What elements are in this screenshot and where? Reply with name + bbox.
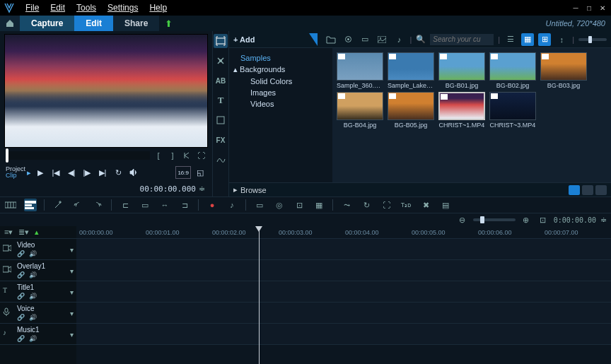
zoom-out-button[interactable]: ⊖: [456, 213, 469, 226]
path-panel-button[interactable]: [214, 153, 228, 167]
options-panel-chip-2[interactable]: [582, 185, 593, 195]
loop-button[interactable]: ↻: [112, 166, 124, 179]
track-area[interactable]: 00:00:00.0000:00:01.0000:00:02.0000:00:0…: [76, 226, 611, 364]
home-tab[interactable]: [0, 16, 20, 31]
tab-edit[interactable]: Edit: [74, 16, 113, 31]
library-thumb[interactable]: Sample_Lake.m..: [388, 52, 434, 89]
library-thumb[interactable]: CHRIST~1.MP4: [438, 92, 485, 129]
tool-3[interactable]: ↔: [158, 199, 171, 211]
go-start-button[interactable]: |◀: [50, 166, 62, 179]
tool-11[interactable]: ↻: [360, 199, 373, 211]
track-link-icon[interactable]: 🔗: [17, 271, 25, 278]
library-thumb[interactable]: CHRIST~3.MP4: [489, 92, 536, 129]
browse-collapse-icon[interactable]: ▸: [233, 185, 238, 194]
upload-icon[interactable]: ⬆: [165, 18, 173, 29]
library-thumb[interactable]: BG-B05.jpg: [388, 92, 434, 129]
filter-video-icon[interactable]: ▭: [359, 33, 371, 46]
track-link-icon[interactable]: 🔗: [17, 314, 25, 321]
thumb-size-slider[interactable]: [578, 38, 607, 41]
maximize-button[interactable]: □: [583, 3, 595, 13]
tool-9[interactable]: ▦: [313, 199, 325, 211]
track-expand-icon[interactable]: ▾: [70, 288, 74, 296]
search-input[interactable]: [430, 34, 494, 45]
playhead[interactable]: [259, 226, 260, 364]
storyboard-view-button[interactable]: [4, 199, 17, 211]
view-thumb-icon[interactable]: ▦: [521, 33, 534, 46]
next-frame-button[interactable]: |▶: [81, 166, 93, 179]
mark-in-icon[interactable]: [: [153, 150, 164, 161]
timeline-view-button[interactable]: [24, 199, 37, 211]
tab-capture[interactable]: Capture: [20, 16, 74, 31]
track-mute-icon[interactable]: 🔊: [29, 335, 37, 342]
filter-panel-button[interactable]: FX: [214, 133, 228, 147]
timecode-stepper-icon[interactable]: ≑: [199, 184, 205, 194]
track-header[interactable]: Voice🔗🔊▾: [0, 303, 76, 324]
time-ruler[interactable]: 00:00:00.0000:00:01.0000:00:02.0000:00:0…: [76, 226, 611, 239]
library-thumb[interactable]: BG-B04.jpg: [337, 92, 383, 129]
tool-4[interactable]: ⊐: [178, 199, 191, 211]
track-header[interactable]: ♪Music1🔗🔊▾: [0, 324, 76, 345]
menu-settings[interactable]: Settings: [102, 3, 144, 13]
favorite-corner-icon[interactable]: [309, 33, 318, 46]
tool-wand-icon[interactable]: [52, 199, 64, 211]
tool-7[interactable]: ◎: [273, 199, 286, 211]
go-end-button[interactable]: ▶|: [96, 166, 109, 179]
zoom-in-button[interactable]: ⊕: [520, 213, 533, 226]
tree-videos[interactable]: Videos: [232, 98, 330, 110]
sound-panel-button[interactable]: [214, 54, 228, 68]
mark-out-icon[interactable]: ]: [167, 150, 178, 161]
split-icon[interactable]: [181, 150, 192, 161]
track-header[interactable]: Video🔗🔊▾: [0, 239, 76, 260]
record-button[interactable]: ●: [206, 199, 219, 211]
tool-12[interactable]: ⛶: [380, 199, 392, 211]
options-panel-chip[interactable]: [569, 185, 580, 195]
view-list-icon[interactable]: ☰: [504, 33, 517, 46]
track-expand-icon[interactable]: ▾: [70, 246, 74, 254]
import-folder-icon[interactable]: [325, 33, 337, 46]
aspect-selector[interactable]: 16:9: [175, 166, 191, 179]
clip-mode-label[interactable]: Clip: [6, 172, 25, 179]
tree-solid-colors[interactable]: Solid Colors: [232, 76, 330, 87]
library-thumb[interactable]: BG-B02.jpg: [489, 52, 536, 89]
menu-file[interactable]: File: [20, 3, 45, 13]
zoom-stepper-icon[interactable]: ≑: [600, 216, 607, 225]
tab-share[interactable]: Share: [113, 16, 159, 31]
media-panel-button[interactable]: [214, 34, 228, 48]
library-thumb[interactable]: BG-B03.jpg: [540, 52, 587, 89]
track-row[interactable]: [76, 281, 611, 303]
graphic-panel-button[interactable]: [214, 113, 228, 127]
filter-audio-icon[interactable]: ♪: [392, 33, 405, 46]
track-visible-icon[interactable]: ▴: [35, 228, 39, 237]
track-header[interactable]: TTitle1🔗🔊▾: [0, 281, 76, 303]
track-link-icon[interactable]: 🔗: [17, 250, 25, 257]
prev-frame-button[interactable]: ◀|: [65, 166, 78, 179]
sort-icon[interactable]: ↕: [555, 33, 568, 46]
tool-6[interactable]: ▭: [253, 199, 266, 211]
tool-8[interactable]: ⊡: [293, 199, 306, 211]
zoom-fit-button[interactable]: ⊡: [537, 213, 549, 226]
tool-3d[interactable]: T₃ᴅ: [400, 199, 412, 211]
track-link-icon[interactable]: 🔗: [17, 335, 25, 342]
resize-preview-button[interactable]: ◱: [194, 166, 206, 179]
browse-label[interactable]: Browse: [240, 186, 267, 194]
undo-button[interactable]: [71, 199, 84, 211]
track-expand-icon[interactable]: ▾: [70, 310, 74, 317]
redo-button[interactable]: [91, 199, 104, 211]
tool-2[interactable]: ▭: [139, 199, 151, 211]
preview-scrubber[interactable]: [6, 151, 150, 160]
tool-13[interactable]: ✖: [419, 199, 432, 211]
title-panel-button[interactable]: T: [214, 93, 228, 107]
minimize-button[interactable]: ─: [570, 3, 581, 13]
track-link-icon[interactable]: 🔗: [17, 293, 25, 300]
track-menu-icon[interactable]: ≡▾: [4, 228, 13, 237]
expand-icon[interactable]: ⛶: [195, 150, 206, 161]
add-media-button[interactable]: + Add: [233, 35, 255, 44]
tree-backgrounds[interactable]: ▴ Backgrounds: [232, 64, 330, 76]
tool-1[interactable]: ⊏: [119, 199, 132, 211]
preview-viewport[interactable]: [4, 34, 208, 148]
track-expand-icon[interactable]: ▾: [70, 267, 74, 275]
track-mute-icon[interactable]: 🔊: [29, 271, 37, 278]
track-row[interactable]: [76, 303, 611, 324]
zoom-slider[interactable]: [473, 218, 516, 221]
menu-edit[interactable]: Edit: [45, 3, 71, 13]
